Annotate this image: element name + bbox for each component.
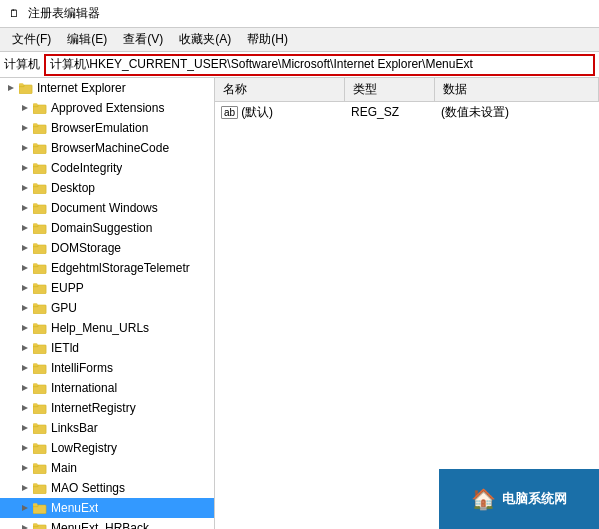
expand-arrow[interactable]	[18, 421, 32, 435]
folder-icon	[32, 140, 48, 156]
tree-label: MenuExt_HRBack	[51, 521, 149, 529]
expand-arrow[interactable]	[18, 321, 32, 335]
expand-arrow[interactable]	[18, 481, 32, 495]
address-input[interactable]	[44, 54, 595, 76]
folder-icon	[32, 240, 48, 256]
expand-arrow[interactable]	[18, 281, 32, 295]
tree-item-browser-emulation[interactable]: BrowserEmulation	[0, 118, 214, 138]
tree-label: IntelliForms	[51, 361, 113, 375]
svg-marker-80	[22, 485, 28, 491]
svg-rect-71	[33, 423, 37, 426]
col-header-data: 数据	[435, 78, 599, 101]
tree-label: BrowserMachineCode	[51, 141, 169, 155]
svg-rect-23	[33, 183, 37, 186]
data-area: ab(默认)REG_SZ(数值未设置)	[215, 102, 599, 529]
tree-item-menu-ext[interactable]: MenuExt	[0, 498, 214, 518]
svg-marker-16	[22, 165, 28, 171]
tree-item-help-menu-urls[interactable]: Help_Menu_URLs	[0, 318, 214, 338]
tree-item-dom-storage[interactable]: DOMStorage	[0, 238, 214, 258]
col-header-type: 类型	[345, 78, 435, 101]
expand-arrow[interactable]	[18, 181, 32, 195]
app-icon: 🗒	[6, 6, 22, 22]
expand-arrow[interactable]	[4, 81, 18, 95]
menu-help[interactable]: 帮助(H)	[239, 29, 296, 50]
tree-item-mao-settings[interactable]: MAO Settings	[0, 478, 214, 498]
folder-icon	[32, 280, 48, 296]
expand-arrow[interactable]	[18, 501, 32, 515]
menu-favorites[interactable]: 收藏夹(A)	[171, 29, 239, 50]
expand-arrow[interactable]	[18, 381, 32, 395]
tree-item-links-bar[interactable]: LinksBar	[0, 418, 214, 438]
expand-arrow[interactable]	[18, 161, 32, 175]
svg-marker-56	[22, 365, 28, 371]
expand-arrow[interactable]	[18, 361, 32, 375]
tree-item-menu-ext-hrback[interactable]: MenuExt_HRBack	[0, 518, 214, 529]
expand-arrow[interactable]	[18, 341, 32, 355]
data-row[interactable]: ab(默认)REG_SZ(数值未设置)	[215, 102, 599, 122]
expand-arrow[interactable]	[18, 401, 32, 415]
expand-arrow[interactable]	[18, 521, 32, 529]
svg-rect-51	[33, 323, 37, 326]
tree-item-edge-html-storage-telemetry[interactable]: EdgehtmlStorageTelemetr	[0, 258, 214, 278]
expand-arrow[interactable]	[18, 441, 32, 455]
svg-marker-12	[22, 145, 28, 151]
tree-item-eupp[interactable]: EUPP	[0, 278, 214, 298]
tree-label: BrowserEmulation	[51, 121, 148, 135]
svg-rect-19	[33, 163, 37, 166]
menu-bar: 文件(F) 编辑(E) 查看(V) 收藏夹(A) 帮助(H)	[0, 28, 599, 52]
tree-item-document-windows[interactable]: Document Windows	[0, 198, 214, 218]
svg-rect-43	[33, 283, 37, 286]
tree-label: DomainSuggestion	[51, 221, 152, 235]
svg-marker-68	[22, 425, 28, 431]
svg-marker-64	[22, 405, 28, 411]
menu-edit[interactable]: 编辑(E)	[59, 29, 115, 50]
svg-marker-0	[8, 85, 14, 91]
tree-label: EUPP	[51, 281, 84, 295]
expand-arrow[interactable]	[18, 101, 32, 115]
tree-item-main[interactable]: Main	[0, 458, 214, 478]
expand-arrow[interactable]	[18, 201, 32, 215]
tree-item-approved-extensions[interactable]: Approved Extensions	[0, 98, 214, 118]
svg-rect-79	[33, 463, 37, 466]
expand-arrow[interactable]	[18, 221, 32, 235]
tree-item-desktop[interactable]: Desktop	[0, 178, 214, 198]
svg-marker-36	[22, 265, 28, 271]
expand-arrow[interactable]	[18, 301, 32, 315]
svg-rect-75	[33, 443, 37, 446]
tree-item-intelli-forms[interactable]: IntelliForms	[0, 358, 214, 378]
tree-item-ietld[interactable]: IETld	[0, 338, 214, 358]
svg-marker-52	[22, 345, 28, 351]
tree-item-low-registry[interactable]: LowRegistry	[0, 438, 214, 458]
folder-icon	[32, 200, 48, 216]
svg-marker-76	[22, 465, 28, 471]
expand-arrow[interactable]	[18, 241, 32, 255]
tree-item-internet-explorer[interactable]: Internet Explorer	[0, 78, 214, 98]
tree-item-code-integrity[interactable]: CodeIntegrity	[0, 158, 214, 178]
menu-view[interactable]: 查看(V)	[115, 29, 171, 50]
menu-file[interactable]: 文件(F)	[4, 29, 59, 50]
svg-rect-67	[33, 403, 37, 406]
svg-marker-32	[22, 245, 28, 251]
tree-item-domain-suggestion[interactable]: DomainSuggestion	[0, 218, 214, 238]
folder-icon	[32, 220, 48, 236]
tree-label: CodeIntegrity	[51, 161, 122, 175]
svg-marker-60	[22, 385, 28, 391]
tree-label: IETld	[51, 341, 79, 355]
tree-item-gpu[interactable]: GPU	[0, 298, 214, 318]
tree-label: LinksBar	[51, 421, 98, 435]
tree-item-browser-machine-code[interactable]: BrowserMachineCode	[0, 138, 214, 158]
tree-label: Approved Extensions	[51, 101, 164, 115]
svg-rect-3	[19, 83, 23, 86]
tree-label: GPU	[51, 301, 77, 315]
registry-tree[interactable]: Internet Explorer Approved Extensions Br…	[0, 78, 215, 529]
expand-arrow[interactable]	[18, 261, 32, 275]
tree-item-internet-registry[interactable]: InternetRegistry	[0, 398, 214, 418]
expand-arrow[interactable]	[18, 461, 32, 475]
svg-rect-55	[33, 343, 37, 346]
folder-icon	[32, 440, 48, 456]
folder-icon	[32, 300, 48, 316]
tree-label: Main	[51, 461, 77, 475]
tree-item-international[interactable]: International	[0, 378, 214, 398]
expand-arrow[interactable]	[18, 121, 32, 135]
expand-arrow[interactable]	[18, 141, 32, 155]
